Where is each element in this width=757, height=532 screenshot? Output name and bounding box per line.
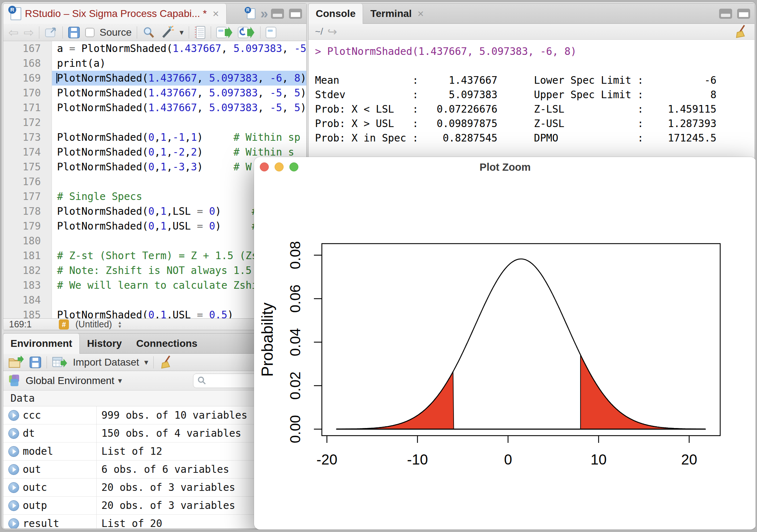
minimize-icon[interactable]	[271, 9, 284, 19]
tab-console[interactable]: Console	[309, 4, 363, 24]
line-number: 168	[3, 56, 52, 71]
line-number: 176	[3, 174, 52, 189]
lsl-shaded-tail	[336, 372, 454, 429]
x-tick-label: -10	[407, 452, 428, 467]
forward-icon[interactable]: ⇨	[24, 25, 34, 40]
source-tab-title: RStudio – Six Sigma Process Capabi... *	[25, 8, 207, 19]
tab-connections[interactable]: Connections	[129, 333, 205, 353]
env-object-description: 20 obs. of 3 variables	[96, 500, 235, 511]
code-line-text: PlotNormShaded(0,1,-1,1) # Within sp	[52, 130, 306, 145]
source-tab[interactable]: R RStudio – Six Sigma Process Capabi... …	[3, 4, 227, 24]
tab-terminal[interactable]: Terminal ×	[363, 4, 431, 23]
x-tick-label: 0	[504, 452, 512, 467]
code-line[interactable]: 167a = PlotNormShaded(1.437667, 5.097383…	[3, 41, 306, 56]
plot-box	[322, 244, 720, 436]
document-switcher-icon[interactable]: ▴▾	[118, 320, 121, 328]
x-tick-label: -20	[316, 452, 337, 467]
minimize-icon[interactable]	[719, 9, 732, 19]
line-number: 179	[3, 219, 52, 234]
close-icon[interactable]: ×	[213, 8, 219, 20]
env-object-description: List of 20	[96, 518, 162, 529]
line-number: 173	[3, 130, 52, 145]
chevron-down-icon[interactable]: ▾	[144, 358, 148, 367]
console-output: Mean : 1.437667 Lower Spec Limit : -6 St…	[315, 73, 754, 145]
code-line-text: PlotNormShaded(1.437667, 5.097383, -6, 8…	[52, 71, 306, 86]
code-line[interactable]: 169PlotNormShaded(1.437667, 5.097383, -6…	[3, 71, 306, 86]
console-toolbar: ~/ ↪	[309, 24, 754, 40]
env-object-name: ccc	[23, 409, 96, 421]
code-line[interactable]: 170PlotNormShaded(1.437667, 5.097383, -5…	[3, 86, 306, 100]
open-in-new-window-icon[interactable]	[44, 27, 57, 38]
rerun-icon[interactable]	[238, 26, 255, 39]
distribution-plot: -20-10010200.000.020.040.060.08Probabili…	[254, 157, 756, 529]
env-object-name: out	[23, 463, 96, 475]
line-number: 185	[3, 308, 52, 318]
desktop: R RStudio – Six Sigma Process Capabi... …	[0, 0, 757, 532]
search-icon[interactable]	[142, 26, 155, 39]
line-number: 172	[3, 115, 52, 130]
code-line[interactable]: 168print(a)	[3, 56, 306, 71]
plot-zoom-window[interactable]: Plot Zoom -20-10010200.000.020.040.060.0…	[254, 157, 756, 529]
document-name[interactable]: (Untitled)	[75, 319, 112, 330]
tab-environment[interactable]: Environment	[3, 333, 80, 354]
code-line[interactable]: 173PlotNormShaded(0,1,-1,1) # Within sp	[3, 130, 306, 145]
clear-environment-broom-icon[interactable]	[159, 355, 173, 370]
expand-icon[interactable]	[8, 482, 19, 493]
clear-console-broom-icon[interactable]	[734, 25, 748, 39]
code-line[interactable]: 171PlotNormShaded(1.437667, 5.097383, -5…	[3, 100, 306, 115]
rstudio-window: R RStudio – Six Sigma Process Capabi... …	[1, 1, 756, 530]
env-object-name: dt	[23, 427, 96, 439]
code-line[interactable]: 172	[3, 115, 306, 130]
normal-curve	[336, 259, 705, 429]
cursor-position: 169:1	[9, 319, 52, 330]
chevron-down-icon[interactable]: ▾	[118, 376, 122, 385]
maximize-icon[interactable]	[289, 9, 302, 19]
y-tick-label: 0.00	[287, 415, 303, 443]
source-file-icon[interactable]	[266, 26, 280, 39]
x-tick-label: 20	[681, 452, 697, 467]
goto-directory-icon[interactable]: ↪	[327, 25, 337, 39]
code-line-text	[52, 115, 306, 130]
env-object-description: 20 obs. of 3 variables	[96, 481, 235, 493]
run-icon[interactable]	[216, 26, 233, 39]
save-workspace-icon[interactable]	[29, 356, 41, 369]
close-icon[interactable]: ×	[417, 8, 424, 20]
usl-shaded-tail	[581, 355, 706, 429]
line-number: 174	[3, 145, 52, 160]
working-directory[interactable]: ~/	[315, 26, 323, 37]
expand-icon[interactable]	[8, 446, 19, 457]
env-object-description: 6 obs. of 6 variables	[96, 463, 229, 475]
load-workspace-folder-icon[interactable]	[8, 356, 24, 369]
text-cursor	[56, 73, 57, 83]
save-icon[interactable]	[68, 26, 80, 39]
line-number: 177	[3, 189, 52, 204]
env-object-name: model	[23, 445, 96, 457]
console-input-line: > PlotNormShaded(1.437667, 5.097383, -6,…	[315, 44, 754, 59]
maximize-icon[interactable]	[737, 9, 750, 19]
expand-icon[interactable]	[8, 428, 19, 439]
line-number: 171	[3, 100, 52, 115]
line-number: 169	[3, 71, 52, 86]
magic-wand-icon[interactable]	[160, 26, 175, 39]
tab-overflow-icon[interactable]: »	[261, 6, 266, 22]
line-number: 181	[3, 248, 52, 263]
y-tick-label: 0.02	[287, 372, 303, 400]
expand-icon[interactable]	[8, 464, 19, 475]
env-object-name: outp	[23, 500, 96, 511]
source-on-save-label: Source	[100, 27, 132, 38]
expand-icon[interactable]	[8, 518, 19, 529]
back-icon[interactable]: ⇦	[8, 25, 19, 40]
compile-notebook-icon[interactable]	[194, 26, 206, 39]
chevron-down-icon[interactable]: ▾	[180, 28, 184, 37]
code-line-text: PlotNormShaded(1.437667, 5.097383, -5, 5…	[52, 86, 306, 100]
line-number: 182	[3, 263, 52, 278]
expand-icon[interactable]	[8, 500, 19, 511]
x-tick-label: 10	[591, 452, 607, 467]
import-dataset-label[interactable]: Import Dataset	[73, 357, 139, 368]
line-number: 183	[3, 278, 52, 293]
import-dataset-table-icon[interactable]	[52, 356, 68, 369]
environment-scope-label[interactable]: Global Environment	[26, 375, 114, 387]
tab-history[interactable]: History	[80, 333, 129, 353]
source-on-save-checkbox[interactable]	[85, 28, 95, 37]
expand-icon[interactable]	[8, 410, 19, 421]
